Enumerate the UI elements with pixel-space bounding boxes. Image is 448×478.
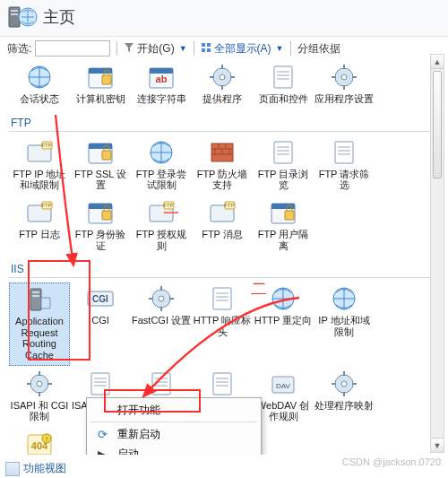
ftp-messages-icon: FTP [208, 198, 237, 227]
scroll-thumb[interactable] [433, 71, 442, 178]
ftp-section: FTP FTPFTP IP 地址和域限制FTP SSL 设置FTP 登录尝试限制… [9, 113, 443, 260]
show-all-dropdown[interactable]: 全部显示(A) ▼ [201, 41, 284, 56]
ftp-user-iso-icon [269, 198, 297, 227]
separator [194, 41, 194, 56]
ftp-dir-browse-label: FTP 目录浏览 [254, 169, 313, 191]
tile-http-response[interactable]: HTTP 响应标头 [192, 282, 253, 366]
filter-bar: 筛选: 开始(G) ▼ 全部显示(A) ▼ 分组依据 [0, 37, 448, 60]
connection-strings-label: 连接字符串 [137, 93, 186, 105]
iis-group-label: IIS [9, 259, 443, 278]
tile-ftp-req-filter[interactable]: FTP 请求筛选 [314, 136, 375, 195]
handler-map-icon [330, 369, 358, 398]
tile-isapi-cgi[interactable]: ISAPI 和 CGI 限制 [9, 368, 70, 426]
svg-rect-21 [274, 66, 292, 88]
svg-point-26 [341, 74, 347, 80]
vertical-scrollbar[interactable]: ▲ ▼ [430, 54, 444, 453]
tile-providers[interactable]: 提供程序 [192, 61, 253, 109]
svg-rect-5 [207, 43, 211, 47]
scroll-up-button[interactable]: ▲ [431, 55, 444, 69]
server-icon [7, 4, 38, 30]
tile-ftp-dir-browse[interactable]: FTP 目录浏览 [253, 136, 314, 195]
ftp-user-iso-label: FTP 用户隔离 [254, 229, 313, 251]
ctx-restart[interactable]: ⟳ 重新启动 [87, 424, 261, 444]
tile-ftp-messages[interactable]: FTPFTP 消息 [192, 196, 253, 255]
tile-ftp-log[interactable]: FTPFTP 日志 [9, 196, 70, 255]
svg-rect-71 [32, 295, 39, 297]
ftp-log-label: FTP 日志 [19, 229, 60, 240]
tile-connection-strings[interactable]: ab连接字符串 [131, 61, 192, 109]
separator [290, 41, 291, 56]
tile-arr-cache[interactable]: Application Request Routing Cache [9, 282, 70, 366]
tile-ftp-user-iso[interactable]: FTP 用户隔离 [253, 196, 314, 255]
tile-handler-map[interactable]: 处理程序映射 [314, 368, 375, 426]
session-state-label: 会话状态 [20, 93, 59, 105]
features-view-tab[interactable]: 功能视图 [23, 461, 66, 476]
http-redirect-label: HTTP 重定向 [254, 315, 313, 326]
filter-input[interactable] [35, 40, 110, 56]
tile-ftp-ssl[interactable]: FTP SSL 设置 [70, 136, 131, 195]
features-view-icon [5, 462, 20, 476]
svg-point-16 [220, 74, 225, 80]
group-by-input[interactable] [343, 41, 386, 56]
svg-rect-101 [213, 373, 231, 395]
tile-app-settings[interactable]: 应用程序设置 [314, 61, 375, 109]
tile-pages-controls[interactable]: 页面和控件 [253, 61, 314, 109]
app-settings-label: 应用程序设置 [314, 93, 374, 105]
isapi-filter-icon [86, 369, 115, 398]
app-settings-icon [330, 63, 358, 91]
svg-rect-93 [91, 373, 109, 395]
start-dropdown[interactable]: 开始(G) ▼ [124, 41, 186, 56]
ctx-start[interactable]: ▶ 启动 [87, 444, 261, 455]
tile-session-state[interactable]: 会话状态 [9, 61, 70, 109]
chevron-down-icon: ▼ [179, 44, 187, 53]
ftp-logon-retry-icon [147, 138, 176, 167]
tile-webdav[interactable]: DAVWebDAV 创作规则 [253, 368, 314, 426]
filter-label: 筛选: [7, 41, 31, 56]
tile-ftp-logon-retry[interactable]: FTP 登录尝试限制 [131, 136, 192, 195]
cgi-label: CGI [91, 315, 109, 326]
tile-cgi[interactable]: CGICGI [70, 282, 131, 366]
svg-rect-72 [41, 298, 50, 309]
svg-rect-1 [11, 10, 18, 12]
group-by[interactable]: 分组依据 [297, 41, 386, 56]
svg-rect-2 [11, 13, 18, 15]
play-icon: ▶ [94, 448, 110, 456]
ctx-divider [90, 422, 257, 422]
grid-icon [201, 42, 211, 56]
tile-fastcgi[interactable]: FastCGI 设置 [131, 282, 192, 366]
ftp-ssl-icon [86, 138, 115, 167]
start-label: 开始(G) [137, 41, 174, 56]
tile-ip-domain[interactable]: IP 地址和域限制 [314, 282, 375, 366]
svg-rect-4 [202, 43, 205, 47]
svg-text:FTP: FTP [224, 203, 234, 208]
tile-machine-keys[interactable]: 计算机密钥 [70, 61, 131, 109]
arr-cache-label: Application Request Routing Cache [11, 316, 68, 361]
svg-rect-46 [274, 142, 292, 163]
ftp-auth-icon [86, 198, 115, 227]
page-title: 主页 [43, 6, 75, 28]
ip-domain-label: IP 地址和域限制 [314, 315, 374, 337]
tile-ftp-firewall[interactable]: FTP 防火墙支持 [192, 136, 253, 195]
svg-text:FTP: FTP [41, 203, 51, 208]
fastcgi-icon [147, 284, 176, 313]
mime-icon [147, 369, 176, 398]
svg-rect-36 [102, 151, 111, 160]
tile-error-pages[interactable]: 404!404 [9, 428, 70, 455]
tile-ftp-ip-domain[interactable]: FTPFTP IP 地址和域限制 [9, 136, 70, 195]
cgi-icon: CGI [86, 284, 115, 313]
content-area: 会话状态计算机密钥ab连接字符串提供程序页面和控件应用程序设置 FTP FTPF… [0, 60, 448, 455]
watermark: CSDN @jackson.0720 [342, 456, 441, 467]
group-by-label: 分组依据 [297, 41, 340, 56]
providers-label: 提供程序 [202, 93, 242, 105]
tile-ftp-authz[interactable]: FTPFTP 授权规则 [131, 196, 192, 255]
fastcgi-label: FastCGI 设置 [132, 315, 191, 326]
svg-rect-50 [335, 142, 353, 163]
providers-icon [208, 63, 237, 91]
scroll-down-button[interactable]: ▼ [431, 438, 444, 452]
ctx-start-label: 启动 [117, 447, 139, 456]
svg-rect-81 [213, 288, 231, 309]
separator [116, 41, 117, 56]
ftp-firewall-label: FTP 防火墙支持 [193, 169, 252, 191]
tile-ftp-auth[interactable]: FTP 身份验证 [70, 196, 131, 255]
ctx-open-feature[interactable]: 打开功能 [87, 400, 261, 420]
